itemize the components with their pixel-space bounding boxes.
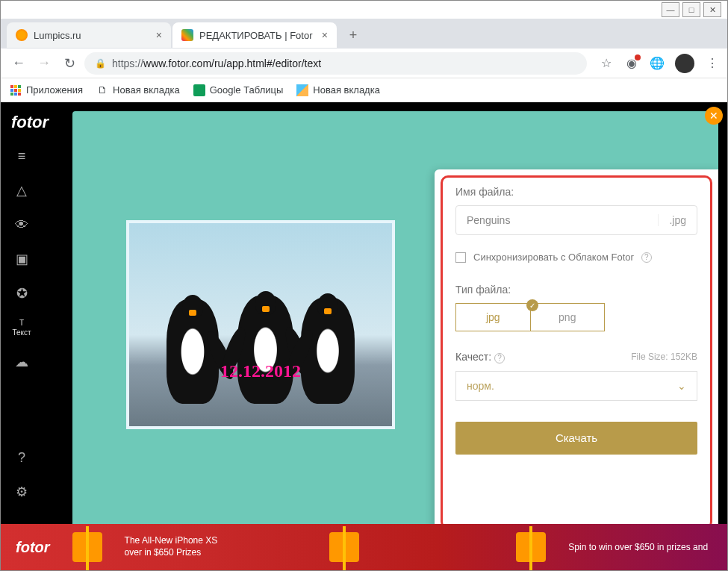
favicon-lumpics	[16, 29, 28, 41]
chevron-down-icon: ⌄	[677, 380, 686, 392]
minimize-button[interactable]: —	[662, 2, 679, 17]
bookmark-label: Google Таблицы	[210, 84, 284, 96]
app-area: fotor ≡ △ 👁 ▣ ✪ T Текст ☁ ? ⚙ ✕ 12.12.20	[1, 102, 727, 570]
cloud-icon[interactable]: ☁	[13, 353, 31, 371]
apps-label: Приложения	[26, 84, 83, 96]
bookmark-item[interactable]: 🗋 Новая вкладка	[96, 84, 180, 96]
reload-button[interactable]: ↻	[59, 53, 80, 74]
browser-tab-lumpics[interactable]: Lumpics.ru ×	[7, 22, 171, 48]
effects-icon[interactable]: △	[13, 181, 31, 199]
forward-button[interactable]: →	[34, 53, 55, 74]
ad-brand: fotor	[16, 539, 50, 556]
lock-icon: 🔒	[95, 58, 106, 69]
url-protocol: https://	[112, 57, 143, 69]
text-tool[interactable]: T Текст	[12, 319, 31, 337]
ad-banner[interactable]: fotor The All-New iPhone XS over in $650…	[1, 524, 727, 570]
sync-label: Синхронизировать с Облаком Fotor	[473, 252, 634, 263]
stickers-icon[interactable]: ✪	[13, 284, 31, 302]
filesize-text: File Size: 152KB	[631, 352, 697, 362]
filetype-toggle: jpg png ✓	[455, 303, 605, 331]
favicon-fotor	[181, 29, 193, 41]
profile-avatar[interactable]	[675, 54, 694, 73]
image-preview: 12.12.2012	[126, 220, 395, 429]
export-panel: Имя файла: .jpg Синхронизировать с Облак…	[435, 169, 718, 535]
fotor-logo: fotor	[11, 113, 49, 132]
page-icon: 🗋	[96, 84, 108, 96]
bookmark-item[interactable]: Новая вкладка	[296, 84, 380, 96]
ad-text: The All-New iPhone XS over in $650 Prize…	[125, 535, 218, 558]
url-input[interactable]: 🔒 https://www.fotor.com/ru/app.html#/edi…	[84, 52, 587, 75]
maximize-button[interactable]: □	[682, 2, 700, 17]
check-icon: ✓	[526, 299, 538, 311]
help-icon[interactable]: ?	[641, 252, 652, 263]
ad-spin-text: Spin to win over $650 in prizes and	[568, 542, 708, 552]
quality-label: Качест:	[455, 351, 491, 363]
text-icon: T	[19, 319, 24, 327]
new-tab-button[interactable]: +	[343, 25, 364, 46]
overlay-text: 12.12.2012	[220, 361, 301, 381]
bookmark-label: Новая вкладка	[113, 84, 180, 96]
tab-title: РЕДАКТИРОВАТЬ | Fotor	[199, 30, 312, 41]
filetype-png[interactable]: png	[531, 304, 605, 331]
globe-icon[interactable]: 🌐	[650, 56, 665, 71]
quality-select[interactable]: норм. ⌄	[455, 371, 697, 401]
extension-icon[interactable]: ◉	[624, 56, 639, 71]
settings-icon[interactable]: ⚙	[13, 483, 31, 501]
adjust-icon[interactable]: ≡	[13, 147, 31, 165]
url-path: www.fotor.com/ru/app.html#/editor/text	[143, 57, 321, 69]
gift-icon	[516, 532, 546, 562]
bookmark-label: Новая вкладка	[313, 84, 380, 96]
filetype-jpg[interactable]: jpg	[456, 304, 531, 331]
gift-icon	[72, 532, 102, 562]
browser-tab-fotor[interactable]: РЕДАКТИРОВАТЬ | Fotor ×	[172, 22, 337, 48]
editor-sidebar: ≡ △ 👁 ▣ ✪ T Текст ☁ ? ⚙	[1, 140, 43, 501]
tab-title: Lumpics.ru	[34, 30, 81, 41]
download-button[interactable]: Скачать	[455, 422, 697, 455]
help-icon[interactable]: ?	[13, 449, 31, 467]
text-tool-label: Текст	[12, 328, 31, 337]
sheets-icon	[193, 84, 205, 96]
filename-label: Имя файла:	[455, 186, 697, 198]
help-icon[interactable]: ?	[494, 353, 505, 363]
quality-value: норм.	[467, 380, 494, 392]
frames-icon[interactable]: ▣	[13, 250, 31, 268]
bookmarks-bar: Приложения 🗋 Новая вкладка Google Таблиц…	[1, 78, 727, 102]
beauty-icon[interactable]: 👁	[13, 216, 31, 234]
address-bar: ← → ↻ 🔒 https://www.fotor.com/ru/app.htm…	[1, 49, 727, 78]
image-icon	[296, 84, 308, 96]
window-controls: — □ ✕	[662, 2, 721, 17]
back-button[interactable]: ←	[8, 53, 29, 74]
sync-checkbox[interactable]	[455, 252, 466, 263]
close-window-button[interactable]: ✕	[703, 2, 721, 17]
close-tab-icon[interactable]: ×	[322, 29, 328, 41]
file-extension: .jpg	[658, 214, 697, 226]
tab-strip: Lumpics.ru × РЕДАКТИРОВАТЬ | Fotor × +	[1, 19, 727, 49]
gift-icon	[329, 532, 359, 562]
browser-menu-icon[interactable]: ⋮	[705, 56, 720, 71]
close-modal-button[interactable]: ✕	[705, 107, 723, 125]
export-modal: ✕ 12.12.2012 Имя файла: .jpg	[72, 111, 718, 561]
close-tab-icon[interactable]: ×	[156, 29, 162, 41]
filename-input[interactable]	[456, 214, 658, 226]
filetype-label: Тип файла:	[455, 284, 697, 296]
bookmark-star-icon[interactable]: ☆	[599, 56, 614, 71]
apps-button[interactable]: Приложения	[10, 84, 83, 96]
bookmark-item[interactable]: Google Таблицы	[193, 84, 284, 96]
